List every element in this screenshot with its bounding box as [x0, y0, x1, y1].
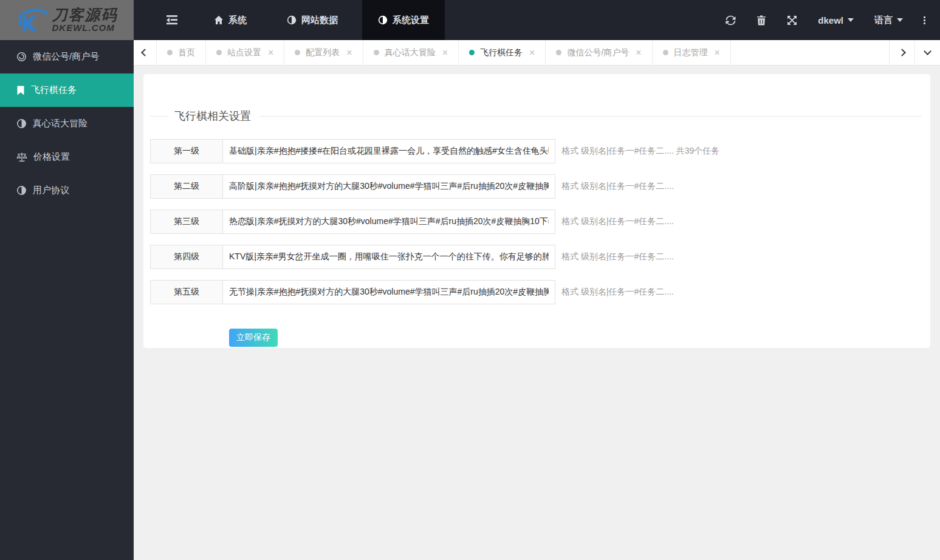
home-icon	[214, 15, 224, 25]
bookmark-icon	[16, 86, 25, 95]
more-vertical-icon	[924, 16, 925, 18]
chevron-down-icon	[924, 47, 931, 55]
tab-flight-chess-tasks[interactable]: 飞行棋任务 ×	[459, 40, 546, 66]
expand-icon	[787, 15, 797, 26]
tab-label: 微信公号/商户号	[567, 47, 629, 58]
tab-label: 站点设置	[227, 47, 261, 58]
tab-bar-spacer	[731, 40, 889, 66]
brand-subtitle: DKEWL.COM	[52, 22, 118, 33]
language-menu[interactable]: 语言	[874, 15, 903, 26]
sidebar-item-label: 价格设置	[33, 151, 70, 163]
sidebar-item-user-agreement[interactable]: 用户协议	[0, 174, 134, 207]
legend-line	[259, 116, 921, 117]
tab-label: 真心话大冒险	[385, 47, 436, 58]
level-4-hint: 格式 级别名|任务一#任务二....	[561, 251, 674, 262]
level-4-input[interactable]	[222, 245, 555, 269]
settings-form: 第一级 格式 级别名|任务一#任务二.... 共39个任务 第二级 格式 级别名…	[143, 139, 930, 347]
legend-dash	[150, 116, 168, 117]
sidebar-item-label: 微信公号/商户号	[33, 51, 99, 63]
more-vertical-icon	[924, 22, 925, 24]
chevron-left-icon	[141, 49, 149, 56]
level-5-input[interactable]	[222, 280, 555, 304]
brand-title: 刀客源码	[52, 7, 118, 22]
adjust-icon	[287, 15, 297, 25]
save-button[interactable]: 立即保存	[229, 329, 278, 347]
nav-item-system[interactable]: 系统	[198, 0, 262, 40]
brand-logo: 刀客源码 DKEWL.COM	[0, 0, 134, 40]
brand-text: 刀客源码 DKEWL.COM	[52, 7, 118, 33]
scales-icon	[16, 152, 27, 162]
tab-config-list[interactable]: 配置列表 ×	[284, 40, 363, 66]
tab-close-icon[interactable]: ×	[346, 48, 352, 58]
tab-status-dot	[556, 50, 561, 55]
nav-item-label: 系统设置	[393, 15, 429, 26]
tabs-scroll-left-button[interactable]	[134, 40, 157, 66]
content-area: 飞行棋相关设置 第一级 格式 级别名|任务一#任务二.... 共39个任务 第二…	[134, 66, 940, 560]
tab-site-settings[interactable]: 站点设置 ×	[206, 40, 284, 66]
sidebar-item-truth-or-dare[interactable]: 真心话大冒险	[0, 107, 134, 140]
trash-icon	[756, 15, 766, 26]
level-5-hint: 格式 级别名|任务一#任务二....	[561, 287, 674, 298]
tab-home[interactable]: 首页	[157, 40, 206, 66]
tab-log-management[interactable]: 日志管理 ×	[653, 40, 731, 66]
refresh-button[interactable]	[726, 15, 736, 26]
level-5-label: 第五级	[150, 280, 223, 304]
tab-label: 日志管理	[674, 47, 708, 58]
level-1-input[interactable]	[222, 139, 555, 163]
nav-item-system-settings[interactable]: 系统设置	[362, 0, 445, 40]
sidebar-item-label: 真心话大冒险	[33, 118, 87, 129]
more-vertical-icon	[924, 19, 925, 21]
level-2-hint: 格式 级别名|任务一#任务二....	[561, 181, 674, 192]
level-1-hint: 格式 级别名|任务一#任务二.... 共39个任务	[561, 146, 719, 157]
sidebar-item-label: 用户协议	[33, 185, 69, 196]
clear-cache-button[interactable]	[756, 15, 766, 26]
sidebar: 微信公号/商户号 飞行棋任务 真心话大冒险 价格设置	[0, 40, 134, 560]
tab-wechat-account[interactable]: 微信公号/商户号 ×	[546, 40, 652, 66]
language-label: 语言	[874, 15, 893, 26]
form-row-level-4: 第四级 格式 级别名|任务一#任务二....	[150, 245, 930, 269]
sidebar-item-wechat-account[interactable]: 微信公号/商户号	[0, 40, 134, 73]
fullscreen-button[interactable]	[787, 15, 797, 26]
tab-close-icon[interactable]: ×	[268, 48, 273, 58]
adjust-icon	[16, 185, 27, 196]
tab-status-dot	[167, 50, 173, 55]
chevron-right-icon	[898, 49, 906, 56]
tab-close-icon[interactable]: ×	[715, 48, 720, 58]
tabs-menu-button[interactable]	[914, 40, 940, 66]
tab-close-icon[interactable]: ×	[636, 48, 641, 58]
nav-item-label: 系统	[228, 15, 247, 26]
tab-label: 配置列表	[306, 47, 340, 58]
form-row-level-5: 第五级 格式 级别名|任务一#任务二....	[150, 280, 930, 304]
sidebar-item-price-settings[interactable]: 价格设置	[0, 140, 134, 174]
chevron-down-icon	[897, 18, 903, 22]
tab-status-dot	[374, 50, 379, 55]
adjust-icon	[378, 15, 388, 25]
user-menu[interactable]: dkewl	[818, 15, 854, 26]
chevron-down-icon	[848, 18, 854, 22]
level-1-label: 第一级	[150, 139, 223, 163]
nav-item-site-data[interactable]: 网站数据	[271, 0, 354, 40]
wechat-official-icon	[16, 52, 27, 62]
section-title: 飞行棋相关设置	[174, 109, 251, 123]
brand-logo-icon	[16, 7, 48, 33]
sidebar-item-label: 飞行棋任务	[31, 84, 77, 96]
collapse-sidebar-button[interactable]	[154, 0, 190, 40]
level-4-label: 第四级	[150, 245, 223, 269]
settings-card: 飞行棋相关设置 第一级 格式 级别名|任务一#任务二.... 共39个任务 第二…	[143, 74, 930, 348]
level-2-input[interactable]	[222, 174, 555, 199]
sidebar-item-flight-chess-tasks[interactable]: 飞行棋任务	[0, 73, 134, 107]
level-3-hint: 格式 级别名|任务一#任务二....	[561, 216, 674, 227]
tab-close-icon[interactable]: ×	[529, 48, 535, 58]
level-3-input[interactable]	[222, 210, 555, 234]
header-actions: dkewl 语言	[726, 0, 940, 40]
more-menu-button[interactable]	[924, 16, 925, 24]
refresh-icon	[726, 15, 736, 26]
collapse-sidebar-icon	[166, 15, 177, 25]
tab-status-dot	[663, 50, 668, 55]
level-2-label: 第二级	[150, 174, 223, 199]
level-3-label: 第三级	[150, 210, 223, 234]
tabs-scroll-right-button[interactable]	[889, 40, 914, 66]
tab-close-icon[interactable]: ×	[442, 48, 448, 58]
tab-truth-or-dare[interactable]: 真心话大冒险 ×	[363, 40, 459, 66]
tab-status-dot	[216, 50, 222, 55]
